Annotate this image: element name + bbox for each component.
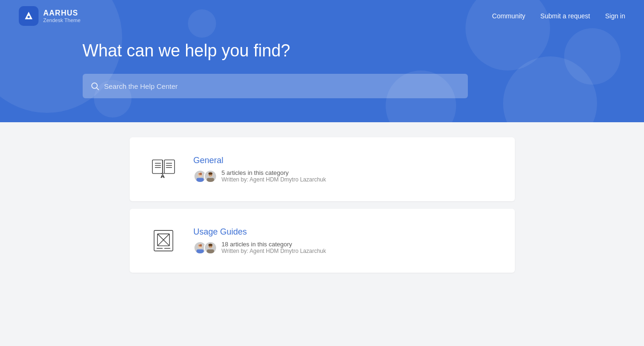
svg-point-17 (199, 173, 200, 174)
svg-rect-34 (196, 249, 203, 253)
svg-point-44 (209, 246, 209, 246)
general-category-meta: 5 articles in this category Written by: … (194, 169, 496, 183)
submit-request-link[interactable]: Submit a request (540, 12, 590, 20)
usage-guides-category-icon (148, 226, 178, 256)
usage-guides-meta-text: 18 articles in this category Written by:… (222, 241, 326, 254)
nav-links: Community Submit a request Sign in (492, 12, 625, 20)
svg-rect-3 (152, 160, 163, 173)
svg-point-36 (199, 244, 200, 246)
svg-rect-22 (207, 178, 214, 182)
main-content: General (120, 137, 524, 273)
avatar-4 (204, 241, 217, 254)
svg-point-25 (209, 174, 209, 175)
usage-guides-category-title[interactable]: Usage Guides (194, 227, 496, 237)
svg-rect-15 (196, 178, 203, 182)
search-bar[interactable] (83, 74, 468, 98)
svg-point-19 (199, 174, 199, 175)
general-meta-text: 5 articles in this category Written by: … (222, 169, 326, 183)
svg-point-20 (201, 174, 201, 175)
usage-guides-written-by: Written by: Agent HDM Dmytro Lazarchuk (222, 248, 326, 254)
svg-line-2 (96, 88, 99, 90)
svg-point-0 (28, 16, 30, 18)
logo-svg (23, 10, 34, 22)
svg-point-24 (208, 172, 212, 174)
usage-guides-article-count: 18 articles in this category (222, 241, 326, 248)
svg-point-37 (200, 244, 202, 246)
svg-point-26 (211, 174, 211, 175)
svg-point-45 (211, 246, 211, 246)
avatar-2 (204, 170, 217, 183)
svg-point-18 (200, 173, 202, 175)
svg-rect-4 (164, 160, 174, 173)
general-article-count: 5 articles in this category (222, 169, 326, 176)
general-avatars (194, 170, 217, 183)
usage-guides-category-info: Usage Guides (194, 227, 496, 254)
svg-point-38 (199, 246, 199, 246)
category-card-general: General (130, 137, 515, 201)
general-category-title[interactable]: General (194, 156, 496, 165)
search-input[interactable] (104, 82, 460, 90)
guide-icon (150, 227, 177, 254)
svg-point-43 (208, 244, 212, 246)
nav-bar: AARHUS Zendesk Theme Community Submit a … (0, 0, 644, 31)
general-category-info: General (194, 156, 496, 183)
svg-rect-27 (154, 230, 173, 251)
sign-in-link[interactable]: Sign in (605, 12, 625, 20)
logo-icon (19, 6, 39, 26)
logo-subtitle: Zendesk Theme (43, 17, 80, 23)
svg-point-1 (92, 83, 97, 88)
book-icon (150, 156, 177, 183)
svg-rect-41 (207, 249, 214, 253)
logo-text: AARHUS Zendesk Theme (43, 9, 80, 23)
hero-section: AARHUS Zendesk Theme Community Submit a … (0, 0, 644, 122)
community-link[interactable]: Community (492, 12, 526, 20)
hero-title: What can we help you find? (83, 41, 562, 61)
hero-content: What can we help you find? (64, 31, 581, 98)
logo-name: AARHUS (43, 9, 80, 17)
usage-guides-avatars (194, 241, 217, 254)
svg-point-39 (201, 246, 201, 246)
general-category-icon (148, 154, 178, 184)
usage-guides-category-meta: 18 articles in this category Written by:… (194, 241, 496, 254)
search-icon (90, 81, 100, 91)
category-card-usage-guides: Usage Guides (130, 209, 515, 273)
logo[interactable]: AARHUS Zendesk Theme (19, 6, 80, 26)
general-written-by: Written by: Agent HDM Dmytro Lazarchuk (222, 176, 326, 183)
